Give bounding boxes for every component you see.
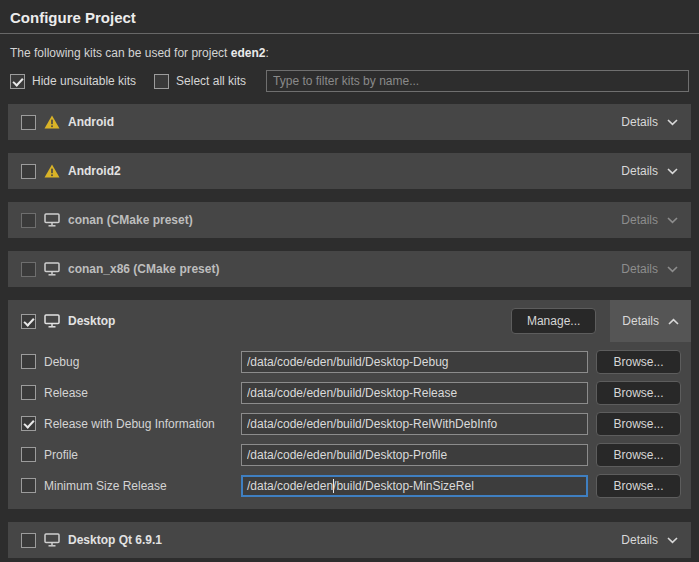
build-config-toggle[interactable]: Release with Debug Information — [21, 416, 241, 431]
details-label: Details — [621, 115, 658, 129]
details-toggle[interactable]: Details — [619, 202, 680, 238]
build-config-row-profile: Profile Browse... — [8, 439, 691, 470]
build-config-row-minsizerel: Minimum Size Release /data/code/eden/bui… — [8, 470, 691, 501]
build-dir-input[interactable] — [241, 413, 588, 435]
chevron-down-icon — [667, 537, 678, 544]
kit-name: Android — [68, 115, 114, 129]
browse-button[interactable]: Browse... — [596, 381, 681, 405]
chevron-down-icon — [667, 119, 678, 126]
kit-row-android2: Android2 Details — [8, 153, 691, 189]
details-toggle[interactable]: Details — [619, 104, 680, 140]
chevron-down-icon — [667, 217, 678, 224]
build-config-checkbox[interactable] — [21, 447, 36, 462]
build-config-label: Profile — [44, 448, 78, 462]
kit-name: Android2 — [68, 164, 121, 178]
select-all-kits-toggle[interactable]: Select all kits — [154, 74, 246, 89]
build-config-toggle[interactable]: Minimum Size Release — [21, 478, 241, 493]
browse-button[interactable]: Browse... — [596, 443, 681, 467]
build-config-toggle[interactable]: Profile — [21, 447, 241, 462]
warning-icon — [44, 115, 60, 129]
kit-row-conan-x86: conan_x86 (CMake preset) Details — [8, 251, 691, 287]
build-dir-input[interactable] — [241, 382, 588, 404]
monitor-icon — [44, 262, 60, 276]
chevron-up-icon — [668, 318, 679, 325]
kit-name: conan_x86 (CMake preset) — [68, 262, 219, 276]
kit-checkbox[interactable] — [21, 262, 36, 277]
build-dir-input-focused[interactable]: /data/code/eden/build/Desktop-MinSizeRel — [241, 475, 588, 497]
kit-row-desktop: Desktop Manage... Details — [8, 300, 691, 342]
intro-suffix: : — [265, 46, 268, 60]
details-label: Details — [622, 314, 659, 328]
kit-filter-toolbar: Hide unsuitable kits Select all kits — [10, 70, 689, 92]
details-label: Details — [621, 262, 658, 276]
build-config-checkbox[interactable] — [21, 385, 36, 400]
kit-row-android: Android Details — [8, 104, 691, 140]
details-label: Details — [621, 164, 658, 178]
build-config-label: Debug — [44, 355, 79, 369]
kit-name: Desktop Qt 6.9.1 — [68, 533, 162, 547]
build-config-label: Minimum Size Release — [44, 479, 167, 493]
build-config-row-relwithdebinfo: Release with Debug Information Browse... — [8, 408, 691, 439]
details-toggle[interactable]: Details — [619, 522, 680, 558]
path-after-caret: /build/Desktop-MinSizeRel — [333, 479, 474, 493]
select-all-checkbox[interactable] — [154, 74, 169, 89]
monitor-icon — [44, 533, 60, 547]
details-toggle[interactable]: Details — [619, 251, 680, 287]
build-config-label: Release with Debug Information — [44, 417, 215, 431]
manage-kits-button[interactable]: Manage... — [511, 308, 596, 334]
select-all-label: Select all kits — [176, 74, 246, 88]
kit-checkbox[interactable] — [21, 533, 36, 548]
browse-button[interactable]: Browse... — [596, 350, 681, 374]
build-dir-input[interactable] — [241, 444, 588, 466]
build-config-checkbox[interactable] — [21, 416, 36, 431]
details-toggle[interactable]: Details — [610, 300, 691, 342]
build-config-checkbox[interactable] — [21, 354, 36, 369]
build-config-toggle[interactable]: Debug — [21, 354, 241, 369]
details-label: Details — [621, 213, 658, 227]
kit-name: conan (CMake preset) — [68, 213, 193, 227]
details-toggle[interactable]: Details — [619, 153, 680, 189]
hide-unsuitable-checkbox[interactable] — [10, 74, 25, 89]
kit-checkbox[interactable] — [21, 164, 36, 179]
project-name: eden2 — [231, 46, 266, 60]
path-before-caret: /data/code/eden — [247, 479, 333, 493]
chevron-down-icon — [667, 266, 678, 273]
chevron-down-icon — [667, 168, 678, 175]
build-config-row-debug: Debug Browse... — [8, 346, 691, 377]
kit-row-conan: conan (CMake preset) Details — [8, 202, 691, 238]
build-config-toggle[interactable]: Release — [21, 385, 241, 400]
kit-filter-input[interactable] — [266, 70, 689, 92]
hide-unsuitable-label: Hide unsuitable kits — [32, 74, 136, 88]
intro-prefix: The following kits can be used for proje… — [10, 46, 231, 60]
build-config-checkbox[interactable] — [21, 478, 36, 493]
kit-checkbox[interactable] — [21, 314, 36, 329]
intro-text: The following kits can be used for proje… — [10, 46, 689, 60]
build-config-row-release: Release Browse... — [8, 377, 691, 408]
kit-panel-desktop: Desktop Manage... Details Debug Browse..… — [8, 300, 691, 509]
kit-name: Desktop — [68, 314, 115, 328]
page-title: Configure Project — [0, 0, 699, 34]
monitor-icon — [44, 213, 60, 227]
kit-checkbox[interactable] — [21, 213, 36, 228]
build-dir-input[interactable] — [241, 351, 588, 373]
kit-row-desktop-qt: Desktop Qt 6.9.1 Details — [8, 522, 691, 558]
browse-button[interactable]: Browse... — [596, 412, 681, 436]
monitor-icon — [44, 314, 60, 328]
hide-unsuitable-kits-toggle[interactable]: Hide unsuitable kits — [10, 74, 136, 89]
kit-list: Android Details Android2 Details conan (… — [8, 104, 691, 558]
browse-button[interactable]: Browse... — [596, 474, 681, 498]
build-config-label: Release — [44, 386, 88, 400]
kit-checkbox[interactable] — [21, 115, 36, 130]
warning-icon — [44, 164, 60, 178]
details-label: Details — [621, 533, 658, 547]
